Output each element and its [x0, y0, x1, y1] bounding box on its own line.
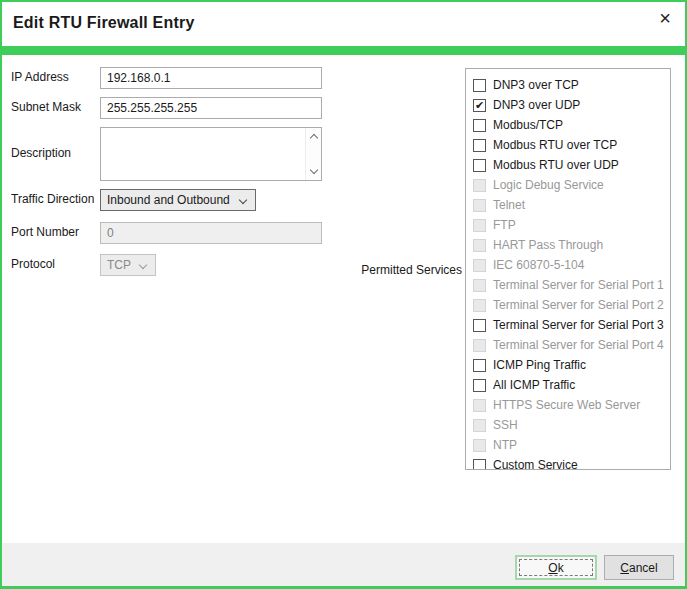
- description-input[interactable]: [101, 128, 305, 180]
- traffic-direction-value: Inbound and Outbound: [107, 193, 230, 207]
- service-label: Logic Debug Service: [493, 178, 604, 192]
- service-label: Terminal Server for Serial Port 1: [493, 278, 664, 292]
- checkbox-icon: [473, 279, 486, 292]
- service-item: FTP: [473, 215, 670, 235]
- service-item[interactable]: Terminal Server for Serial Port 3: [473, 315, 670, 335]
- close-icon[interactable]: ×: [653, 6, 677, 30]
- subnet-mask-label: Subnet Mask: [11, 100, 81, 115]
- service-item: Telnet: [473, 195, 670, 215]
- service-label: Modbus RTU over TCP: [493, 138, 617, 152]
- ip-address-label: IP Address: [11, 70, 69, 85]
- checkbox-icon: [473, 219, 486, 232]
- checkbox-icon: [473, 339, 486, 352]
- checkbox-icon: [473, 199, 486, 212]
- checkbox-icon[interactable]: [473, 319, 486, 332]
- checkbox-checked-icon[interactable]: ✔: [473, 99, 486, 112]
- service-item: Terminal Server for Serial Port 2: [473, 295, 670, 315]
- service-label: HART Pass Through: [493, 238, 603, 252]
- cancel-button-label: Cancel: [620, 561, 657, 575]
- checkbox-icon: [473, 239, 486, 252]
- service-label: NTP: [493, 438, 517, 452]
- checkbox-icon: [473, 399, 486, 412]
- service-label: DNP3 over TCP: [493, 78, 579, 92]
- service-label: Modbus/TCP: [493, 118, 563, 132]
- service-label: IEC 60870-5-104: [493, 258, 584, 272]
- checkbox-icon[interactable]: [473, 119, 486, 132]
- protocol-select: TCP: [100, 254, 156, 276]
- description-label: Description: [11, 146, 71, 161]
- checkbox-icon[interactable]: [473, 139, 486, 152]
- checkbox-icon: [473, 179, 486, 192]
- port-number-label: Port Number: [11, 225, 79, 240]
- service-item: HART Pass Through: [473, 235, 670, 255]
- description-field: [100, 127, 322, 181]
- service-label: ICMP Ping Traffic: [493, 358, 586, 372]
- cancel-button[interactable]: Cancel: [604, 555, 674, 580]
- service-label: SSH: [493, 418, 518, 432]
- service-item[interactable]: DNP3 over TCP: [473, 75, 670, 95]
- permitted-services-list: DNP3 over TCP✔DNP3 over UDPModbus/TCPMod…: [465, 68, 671, 470]
- service-label: FTP: [493, 218, 516, 232]
- checkbox-icon[interactable]: [473, 79, 486, 92]
- service-label: Terminal Server for Serial Port 2: [493, 298, 664, 312]
- service-item[interactable]: ICMP Ping Traffic: [473, 355, 670, 375]
- dialog-title: Edit RTU Firewall Entry: [13, 14, 195, 32]
- service-label: Telnet: [493, 198, 525, 212]
- checkbox-icon: [473, 419, 486, 432]
- service-label: Custom Service: [493, 458, 578, 470]
- service-item: IEC 60870-5-104: [473, 255, 670, 275]
- ok-button-label: Ok: [548, 561, 563, 575]
- traffic-direction-select[interactable]: Inbound and Outbound: [100, 189, 256, 211]
- service-item[interactable]: Modbus RTU over UDP: [473, 155, 670, 175]
- checkbox-icon[interactable]: [473, 459, 486, 471]
- accent-divider: [2, 46, 685, 55]
- port-number-input: [100, 222, 322, 244]
- protocol-label: Protocol: [11, 257, 55, 272]
- checkbox-icon[interactable]: [473, 159, 486, 172]
- service-item[interactable]: All ICMP Traffic: [473, 375, 670, 395]
- scroll-down-icon[interactable]: [309, 166, 317, 174]
- service-item: HTTPS Secure Web Server: [473, 395, 670, 415]
- service-item: SSH: [473, 415, 670, 435]
- service-label: All ICMP Traffic: [493, 378, 575, 392]
- permitted-services-label: Permitted Services: [358, 263, 462, 277]
- edit-rtu-firewall-entry-dialog: Edit RTU Firewall Entry × IP Address Sub…: [0, 0, 687, 589]
- service-item[interactable]: ✔DNP3 over UDP: [473, 95, 670, 115]
- ip-address-input[interactable]: [100, 67, 322, 89]
- service-item[interactable]: Modbus RTU over TCP: [473, 135, 670, 155]
- ok-button[interactable]: Ok: [515, 555, 597, 580]
- service-label: Terminal Server for Serial Port 3: [493, 318, 664, 332]
- service-item: Logic Debug Service: [473, 175, 670, 195]
- checkbox-icon: [473, 259, 486, 272]
- protocol-value: TCP: [107, 258, 131, 272]
- service-item: Terminal Server for Serial Port 1: [473, 275, 670, 295]
- subnet-mask-input[interactable]: [100, 97, 322, 119]
- service-label: DNP3 over UDP: [493, 98, 580, 112]
- service-item[interactable]: Custom Service: [473, 455, 670, 470]
- chevron-down-icon: [139, 261, 147, 269]
- scroll-up-icon[interactable]: [309, 134, 317, 142]
- checkbox-icon: [473, 299, 486, 312]
- description-scrollbar[interactable]: [305, 128, 321, 180]
- checkbox-icon[interactable]: [473, 379, 486, 392]
- service-label: Modbus RTU over UDP: [493, 158, 619, 172]
- checkbox-icon[interactable]: [473, 359, 486, 372]
- service-item: NTP: [473, 435, 670, 455]
- service-label: HTTPS Secure Web Server: [493, 398, 640, 412]
- chevron-down-icon: [239, 196, 247, 204]
- service-label: Terminal Server for Serial Port 4: [493, 338, 664, 352]
- checkbox-icon: [473, 439, 486, 452]
- traffic-direction-label: Traffic Direction: [11, 192, 94, 207]
- service-item[interactable]: Modbus/TCP: [473, 115, 670, 135]
- service-item: Terminal Server for Serial Port 4: [473, 335, 670, 355]
